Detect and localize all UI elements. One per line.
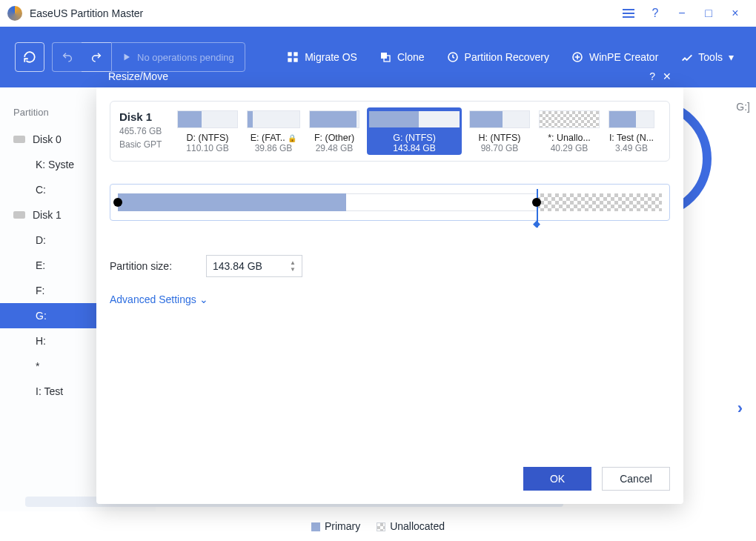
command-bar: No operations pending Migrate OS Clone P…	[0, 27, 756, 87]
maximize-button[interactable]: □	[695, 0, 722, 27]
refresh-button[interactable]	[15, 42, 44, 72]
partition-card-F[interactable]: F: (Other) 29.48 GB	[308, 107, 361, 155]
disk-partition-row: Disk 1 465.76 GB Basic GPT D: (NTFS) 110…	[110, 101, 670, 162]
partial-text: G:]	[736, 101, 750, 113]
legend-primary: Primary	[311, 520, 360, 532]
minimize-button[interactable]: −	[669, 0, 695, 27]
slider-used-region	[118, 193, 346, 211]
resize-move-dialog: Disk 1 465.76 GB Basic GPT D: (NTFS) 110…	[96, 87, 683, 504]
lock-icon: 🔒	[288, 134, 296, 142]
help-button[interactable]: ?	[642, 0, 669, 27]
undo-button[interactable]	[52, 42, 82, 72]
tools-dropdown[interactable]: Tools ▾	[673, 47, 741, 67]
svg-rect-3	[294, 58, 297, 62]
dialog-help-button[interactable]: ?	[649, 70, 655, 82]
advanced-settings-toggle[interactable]: Advanced Settings ⌄	[110, 293, 670, 305]
partition-card-D[interactable]: D: (NTFS) 110.10 GB	[176, 107, 239, 155]
svg-rect-2	[288, 58, 291, 62]
chevron-down-icon: ⌄	[199, 293, 208, 305]
partition-size-label: Partition size:	[110, 260, 191, 272]
pending-ops-label: No operations pending	[137, 52, 234, 63]
slider-marker-icon: ◆	[533, 218, 540, 229]
migrate-os-button[interactable]: Migrate OS	[279, 47, 365, 67]
clone-button[interactable]: Clone	[372, 47, 432, 67]
close-button[interactable]: ×	[722, 0, 749, 27]
dialog-close-button[interactable]: ✕	[663, 70, 672, 82]
legend-unallocated: Unallocated	[377, 520, 445, 532]
partition-card-H[interactable]: H: (NTFS) 98.70 GB	[468, 107, 531, 155]
app-logo	[7, 6, 22, 21]
expand-right-button[interactable]: ›	[737, 399, 743, 418]
disk-scheme: Basic GPT	[119, 139, 167, 150]
legend-bar: Primary Unallocated	[0, 511, 756, 541]
partition-card-I[interactable]: I: Test (N... 3.49 GB	[607, 107, 656, 155]
disk-name: Disk 1	[119, 110, 167, 123]
partition-card-G[interactable]: G: (NTFS) 143.84 GB	[367, 107, 462, 155]
partition-card-unalloc[interactable]: *: Unallo... 40.29 GB	[537, 107, 601, 155]
disk-size: 465.76 GB	[119, 126, 167, 136]
hamburger-menu-button[interactable]	[615, 0, 642, 27]
dialog-titlebar: Resize/Move ? ✕	[96, 65, 683, 87]
dialog-title: Resize/Move	[108, 70, 168, 82]
slider-handle-right[interactable]	[532, 198, 541, 207]
slider-free-region	[346, 193, 537, 211]
partition-card-E[interactable]: E: (FAT.. 🔒 39.86 GB	[245, 107, 302, 155]
ok-button[interactable]: OK	[523, 467, 591, 491]
resize-slider[interactable]: ◆	[110, 184, 670, 221]
svg-rect-1	[294, 52, 297, 56]
partition-size-field: Partition size: 143.84 GB ▲▼	[110, 255, 670, 277]
partition-recovery-button[interactable]: Partition Recovery	[440, 47, 557, 67]
disk-icon	[13, 211, 25, 219]
partition-size-input[interactable]: 143.84 GB ▲▼	[206, 255, 302, 277]
cancel-button[interactable]: Cancel	[602, 467, 670, 491]
slider-handle-left[interactable]	[113, 198, 122, 207]
chevron-down-icon: ▾	[729, 51, 734, 63]
slider-unallocated-region	[537, 193, 662, 211]
disk-info: Disk 1 465.76 GB Basic GPT	[116, 107, 170, 155]
svg-rect-0	[288, 52, 291, 56]
winpe-creator-button[interactable]: WinPE Creator	[564, 47, 666, 67]
stepper-icon[interactable]: ▲▼	[290, 257, 299, 275]
window-title: EaseUS Partition Master	[30, 7, 143, 19]
disk-icon	[13, 136, 25, 143]
window-titlebar: EaseUS Partition Master ? − □ ×	[0, 0, 756, 27]
